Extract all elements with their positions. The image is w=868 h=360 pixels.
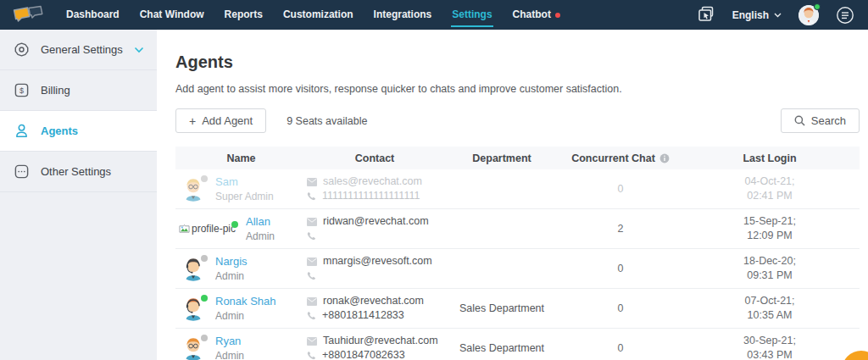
agent-email: ridwan@revechat.com [323,214,429,229]
search-label: Search [811,114,846,127]
table-row: Sam Super Admin sales@revechat.com 11111… [175,169,860,209]
column-header-name: Name [175,152,307,164]
page-title: Agents [175,53,860,72]
visitor-view-icon[interactable] [698,6,715,24]
search-icon [794,115,805,126]
status-dot [201,175,208,182]
main-nav: Dashboard Chat Window Reports Customizat… [56,0,570,30]
contact-cell: Tauhidur@revechat.com +8801847082633 [307,334,442,360]
user-avatar[interactable] [798,5,819,25]
chevron-down-icon [774,13,782,18]
name-cell: profile-pic Allan Admin [175,215,307,242]
sidebar-item-billing[interactable]: $ Billing [0,70,157,111]
concurrent-chat-cell: 0 [561,342,680,354]
main-content: Agents Add agent to assist more visitors… [157,30,868,360]
sidebar-item-other-settings[interactable]: Other Settings [0,152,157,192]
language-selector[interactable]: English [732,9,782,21]
sidebar-label: General Settings [41,43,123,56]
department-cell: Sales Department [442,342,561,354]
nav-integrations[interactable]: Integrations [364,0,442,30]
agent-email: Tauhidur@revechat.com [323,334,438,348]
settings-sidebar: General Settings $ Billing Agents [0,30,157,360]
avatar [179,334,208,360]
last-login-date: 07-Oct-21; [680,294,860,308]
avatar [179,294,208,323]
add-agent-label: Add Agent [202,114,253,127]
last-login-cell: 18-Dec-20; 09:31 PM [680,254,860,283]
app-logo-icon[interactable] [8,3,47,27]
column-header-concurrent-chat: Concurrent Chat [561,152,680,164]
menu-circle-icon[interactable] [836,6,854,25]
agent-name-link[interactable]: Nargis [215,255,248,268]
concurrent-chat-cell: 0 [561,263,680,274]
contact-cell: mnargis@revesoft.com [307,254,442,283]
sidebar-label: Other Settings [41,165,111,178]
agent-email: sales@revechat.com [323,174,422,189]
table-row: profile-pic Allan Admin ridwan@revechat.… [175,209,860,249]
toolbar: + Add Agent 9 Seats available Search [175,108,860,133]
last-login-time: 02:41 PM [680,189,860,203]
name-cell: Ronak Shah Admin [175,294,307,323]
nav-dashboard[interactable]: Dashboard [56,0,130,30]
column-header-department: Department [442,152,561,164]
concurrent-chat-label: Concurrent Chat [571,152,655,164]
email-icon [307,337,317,346]
agent-name-link[interactable]: Allan [246,215,275,228]
last-login-cell: 30-Sep-21; 03:43 PM [680,334,860,360]
column-header-contact: Contact [307,152,442,164]
nav-chatbot-label: Chatbot [513,8,551,20]
nav-customization[interactable]: Customization [273,0,364,30]
table-row: Nargis Admin mnargis@revesoft.com 0 18-D… [175,249,860,289]
svg-text:$: $ [19,86,23,95]
language-label: English [732,9,769,21]
last-login-time: 10:35 AM [680,308,860,323]
person-icon [13,123,30,140]
agent-email: mnargis@revesoft.com [323,254,432,269]
broken-image-alt-text: profile-pic [192,223,236,235]
sidebar-item-agents[interactable]: Agents [0,111,157,152]
agent-phone: +8801811412833 [322,308,404,323]
info-icon[interactable] [659,153,670,163]
plus-icon: + [189,114,196,128]
nav-chat-window[interactable]: Chat Window [130,0,214,30]
agent-name-link[interactable]: Sam [215,175,274,188]
table-row: Ryan Admin Tauhidur@revechat.com +880184… [175,329,860,360]
agent-role: Admin [246,230,275,242]
add-agent-button[interactable]: + Add Agent [175,108,266,133]
last-login-time: 03:43 PM [680,348,860,360]
agent-name-link[interactable]: Ronak Shah [215,295,276,307]
nav-chatbot[interactable]: Chatbot [503,0,570,30]
agent-phone: +8801847082633 [322,348,405,360]
new-feature-dot [555,13,560,18]
last-login-time: 09:31 PM [680,269,860,283]
phone-icon [307,311,316,320]
contact-cell: ridwan@revechat.com [307,214,442,243]
status-dot [201,295,208,302]
email-icon [307,258,317,266]
concurrent-chat-cell: 2 [561,223,680,235]
contact-cell: ronak@revechat.com +8801811412833 [307,294,442,323]
avatar [179,174,208,203]
status-dot [231,221,238,228]
last-login-cell: 04-Oct-21; 02:41 PM [680,174,860,203]
agents-table: Name Contact Department Concurrent Chat … [175,147,860,360]
concurrent-chat-cell: 0 [561,183,680,195]
status-dot [201,255,208,262]
sidebar-item-general-settings[interactable]: General Settings [0,30,157,70]
last-login-date: 04-Oct-21; [680,174,860,189]
nav-reports[interactable]: Reports [214,0,273,30]
ellipsis-icon [13,163,30,180]
phone-icon [307,271,316,280]
sidebar-label: Agents [41,125,78,137]
broken-image-icon [179,224,190,235]
table-row: Ronak Shah Admin ronak@revechat.com +880… [175,289,860,329]
online-status-dot [814,3,821,10]
seats-available-text: 9 Seats available [287,115,367,127]
search-button[interactable]: Search [781,108,860,133]
agent-name-link[interactable]: Ryan [215,335,244,347]
name-cell: Sam Super Admin [175,174,307,203]
phone-icon [307,191,316,201]
nav-settings[interactable]: Settings [442,0,502,30]
table-header: Name Contact Department Concurrent Chat … [175,147,860,169]
agent-role: Admin [215,350,244,360]
